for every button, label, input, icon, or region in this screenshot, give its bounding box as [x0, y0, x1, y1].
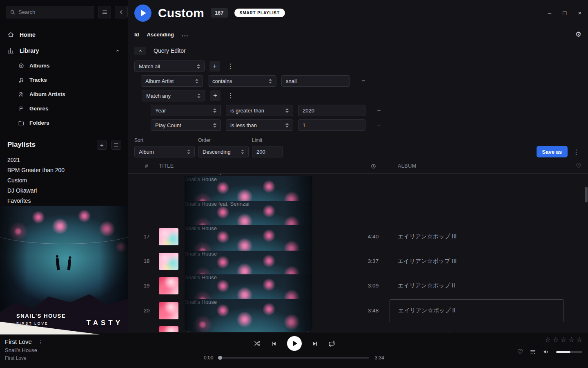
shuffle-button[interactable]: [253, 340, 261, 347]
remove-rule-button[interactable]: −: [374, 105, 384, 116]
favorite-heart-icon[interactable]: ♡: [565, 162, 581, 170]
previous-track-button[interactable]: [271, 341, 277, 347]
nav-label: Home: [20, 31, 36, 38]
sidebar-item-albums[interactable]: Albums: [0, 58, 128, 73]
play-pause-button[interactable]: [287, 336, 302, 351]
volume-button[interactable]: [543, 348, 550, 355]
star-icon[interactable]: ☆: [545, 336, 550, 343]
sidebar-item-home[interactable]: Home: [0, 27, 128, 43]
sort-field-button[interactable]: Id: [134, 31, 139, 38]
updown-icon: [213, 123, 216, 128]
sidebar-item-album-artists[interactable]: Album Artists: [0, 87, 128, 101]
back-button[interactable]: [115, 6, 128, 18]
save-menu-button[interactable]: ⋮: [571, 147, 581, 157]
nav-label: Albums: [29, 63, 50, 69]
playlist-item[interactable]: BPM Greater than 200: [7, 165, 120, 175]
row-number: 20: [134, 307, 159, 314]
track-menu-button[interactable]: ⋮: [38, 339, 44, 345]
rule-field-select[interactable]: Album Artist: [141, 75, 203, 87]
sidebar-item-genres[interactable]: Genres: [0, 101, 128, 116]
seek-bar[interactable]: [219, 357, 369, 359]
next-icon: [312, 341, 318, 347]
favorite-button[interactable]: ♡: [517, 348, 523, 356]
match-type-select[interactable]: Match all: [134, 61, 205, 72]
order-select[interactable]: Descending: [198, 146, 249, 157]
duration-clock-icon[interactable]: [357, 163, 390, 169]
seek-handle[interactable]: [218, 356, 222, 360]
next-track-button[interactable]: [312, 341, 318, 347]
playlist-item[interactable]: Favorites: [7, 195, 120, 206]
updown-icon: [197, 94, 200, 98]
rule-field-select[interactable]: Play Count: [151, 119, 221, 131]
add-playlist-button[interactable]: +: [97, 140, 107, 150]
star-icon[interactable]: ☆: [561, 336, 566, 343]
playlist-item[interactable]: Custom: [7, 175, 120, 185]
now-playing-artwork[interactable]: SNAIL'S HOUSE FIRST LOVE TASTY: [0, 206, 128, 334]
track-table: # TITLE ALBUM ♡ 17 Galactic Whisper: [128, 162, 588, 332]
home-icon: [7, 31, 14, 38]
select-value: Descending: [203, 149, 231, 155]
query-root-group: Match all + ⋮: [134, 61, 581, 72]
add-rule-button[interactable]: +: [209, 61, 220, 72]
close-button[interactable]: ×: [578, 10, 581, 16]
limit-input[interactable]: [256, 149, 278, 155]
group-menu-button[interactable]: ⋮: [225, 61, 236, 72]
maximize-button[interactable]: □: [563, 10, 566, 16]
sidebar-item-library[interactable]: Library: [0, 43, 128, 58]
rule-value-input[interactable]: [286, 78, 345, 84]
rule-operator-select[interactable]: is greater than: [226, 105, 293, 116]
sidebar-item-tracks[interactable]: Tracks: [0, 73, 128, 87]
add-rule-button[interactable]: +: [210, 90, 220, 101]
more-options-button[interactable]: ...: [182, 31, 188, 38]
column-album[interactable]: ALBUM: [390, 163, 565, 169]
select-value: Album: [139, 149, 154, 155]
sort-direction-button[interactable]: Ascending: [147, 31, 174, 38]
volume-icon: [543, 348, 550, 355]
minimize-button[interactable]: –: [548, 10, 551, 16]
rule-field-select[interactable]: Year: [151, 105, 221, 116]
playlists-title: Playlists: [7, 141, 36, 149]
scrollbar-thumb[interactable]: [585, 187, 588, 202]
settings-gear-icon[interactable]: ⚙: [575, 30, 581, 39]
main-content: Custom 167 SMART PLAYLIST – □ × Id Ascen…: [128, 0, 588, 332]
playlist-item[interactable]: 2021: [7, 155, 120, 165]
match-type-select[interactable]: Match any: [142, 90, 205, 101]
queue-button[interactable]: [530, 349, 536, 355]
table-row[interactable]: 17 Galactic Whisper Snail's House 4:40 エ…: [128, 174, 588, 193]
row-number: 19: [134, 283, 159, 289]
play-playlist-button[interactable]: [134, 4, 151, 22]
star-icon[interactable]: ☆: [577, 336, 582, 343]
playback-controls: 0:00 3:34: [204, 336, 384, 361]
rule-operator-select[interactable]: contains: [208, 75, 276, 87]
repeat-icon: [328, 340, 335, 347]
playlist-view-button[interactable]: [111, 140, 121, 150]
star-icon[interactable]: ☆: [568, 336, 574, 343]
save-as-button[interactable]: Save as: [537, 146, 568, 157]
search-input[interactable]: [18, 9, 90, 15]
rule-value-input[interactable]: [303, 108, 361, 114]
sort-select[interactable]: Album: [134, 146, 195, 157]
search-box[interactable]: [6, 6, 94, 18]
updown-icon: [195, 79, 198, 83]
scrollbar[interactable]: [585, 176, 588, 332]
remove-rule-button[interactable]: −: [374, 120, 384, 130]
repeat-button[interactable]: [328, 340, 335, 347]
group-menu-button[interactable]: ⋮: [225, 90, 236, 101]
smart-playlist-badge: SMART PLAYLIST: [234, 9, 285, 17]
column-title[interactable]: TITLE: [159, 163, 357, 169]
star-icon[interactable]: ☆: [553, 336, 559, 343]
library-icon: [7, 47, 14, 54]
playlist-item[interactable]: DJ Okawari: [7, 185, 120, 195]
menu-button[interactable]: [98, 6, 111, 18]
sidebar-item-folders[interactable]: Folders: [0, 116, 128, 130]
column-index[interactable]: #: [134, 163, 159, 169]
select-value: Match all: [139, 63, 160, 70]
collapse-query-editor-button[interactable]: [134, 47, 146, 55]
rule-operator-select[interactable]: is less than: [226, 119, 293, 131]
rule-value-input[interactable]: [303, 122, 361, 128]
playlist-list: 2021 BPM Greater than 200 Custom DJ Okaw…: [0, 150, 128, 206]
sort-strip: Id Ascending ... ⚙: [128, 26, 588, 43]
remove-rule-button[interactable]: −: [358, 76, 369, 86]
volume-slider[interactable]: [556, 351, 582, 353]
chevron-up-icon[interactable]: [115, 48, 120, 54]
